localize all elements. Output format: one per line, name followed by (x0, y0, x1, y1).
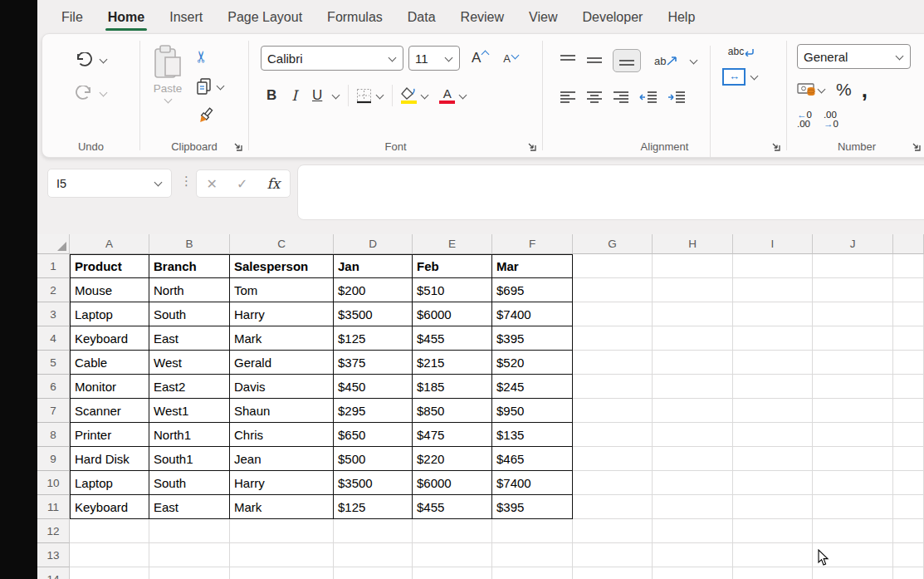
cell[interactable]: West (149, 351, 230, 375)
cell[interactable]: Chris (230, 423, 334, 447)
font-dialog-launcher-icon[interactable] (527, 142, 536, 151)
insert-function-icon[interactable]: fx (267, 175, 281, 192)
underline-dropdown-icon[interactable] (332, 91, 340, 99)
cancel-entry-icon[interactable]: ✕ (207, 176, 218, 192)
cell[interactable]: $475 (413, 423, 492, 447)
cell[interactable]: $3500 (334, 471, 413, 495)
cell[interactable] (653, 447, 733, 471)
increase-font-size-button[interactable]: A (472, 50, 490, 66)
cell[interactable] (230, 543, 334, 567)
cell[interactable]: Mark (230, 495, 334, 519)
orientation-dropdown-icon[interactable] (690, 56, 698, 64)
cell[interactable]: $395 (492, 326, 573, 351)
col-header[interactable]: F (492, 234, 573, 254)
cell[interactable] (893, 543, 924, 567)
cell[interactable]: Jean (230, 447, 334, 471)
col-header[interactable]: H (653, 234, 733, 254)
col-header[interactable]: I (733, 234, 813, 254)
align-top-button[interactable] (560, 53, 576, 68)
cell[interactable] (573, 447, 653, 471)
row-header[interactable]: 6 (37, 375, 70, 399)
cell[interactable] (733, 278, 813, 302)
cell[interactable]: $215 (413, 351, 492, 375)
cell[interactable]: Salesperson (230, 254, 334, 278)
cell[interactable] (733, 495, 813, 519)
align-bottom-button[interactable] (613, 49, 641, 72)
cell[interactable] (573, 399, 653, 423)
cell[interactable] (733, 375, 813, 399)
cell[interactable] (653, 519, 733, 543)
cell[interactable] (893, 254, 924, 278)
cell[interactable] (733, 302, 813, 326)
row-header[interactable]: 3 (37, 302, 70, 326)
select-all-corner[interactable] (37, 234, 70, 254)
cell[interactable]: $245 (492, 375, 573, 399)
cell[interactable]: $455 (413, 326, 492, 351)
row-header[interactable]: 12 (37, 519, 70, 543)
row-header[interactable]: 10 (37, 471, 70, 495)
col-header[interactable]: A (70, 234, 149, 254)
cell[interactable] (492, 543, 573, 567)
number-format-combobox[interactable]: General (797, 44, 911, 69)
orientation-button[interactable]: ab (654, 55, 679, 67)
cell[interactable] (893, 567, 924, 579)
col-header[interactable]: J (813, 234, 893, 254)
cell[interactable] (334, 543, 413, 567)
cell[interactable] (893, 495, 924, 519)
cell[interactable]: Product (70, 254, 149, 278)
fill-color-dropdown-icon[interactable] (421, 91, 429, 99)
cell[interactable]: Cable (70, 351, 149, 375)
col-header[interactable]: E (413, 234, 492, 254)
cell[interactable] (70, 519, 149, 543)
cell[interactable]: $185 (413, 375, 492, 399)
cell[interactable] (573, 567, 653, 579)
cell[interactable]: $500 (334, 447, 413, 471)
cell[interactable] (334, 567, 413, 579)
tab-data[interactable]: Data (395, 3, 448, 30)
cell[interactable] (733, 447, 813, 471)
cell[interactable] (653, 351, 733, 375)
increase-indent-button[interactable] (667, 91, 686, 104)
undo-icon[interactable] (75, 52, 93, 68)
alignment-dialog-launcher-icon[interactable] (771, 142, 780, 151)
cell[interactable]: $7400 (492, 302, 573, 326)
cell[interactable] (893, 399, 924, 423)
formula-bar-grip-icon[interactable]: ⋮ (180, 174, 193, 189)
cell[interactable] (733, 351, 813, 375)
row-header[interactable]: 9 (37, 447, 70, 471)
cell[interactable]: Harry (230, 302, 334, 326)
italic-button[interactable]: I (286, 86, 303, 105)
decrease-decimal-button[interactable]: .00 →0 (824, 110, 838, 129)
cell[interactable] (813, 447, 893, 471)
copy-dropdown-icon[interactable] (217, 81, 225, 90)
cell[interactable] (733, 471, 813, 495)
cell[interactable] (893, 375, 924, 399)
cell[interactable] (733, 423, 813, 447)
cell[interactable] (733, 543, 813, 567)
cell[interactable] (492, 519, 573, 543)
cell[interactable]: East (149, 326, 230, 351)
cell[interactable]: East (149, 495, 230, 519)
accounting-format-button[interactable] (797, 82, 826, 97)
cell[interactable]: Mar (492, 254, 573, 278)
cell[interactable]: East2 (149, 375, 230, 399)
decrease-indent-button[interactable] (639, 91, 658, 104)
cell[interactable]: $220 (413, 447, 492, 471)
col-header[interactable] (893, 234, 924, 254)
cell[interactable] (149, 567, 230, 579)
cell[interactable] (813, 351, 893, 375)
col-header[interactable]: D (334, 234, 413, 254)
cell[interactable] (573, 326, 653, 351)
cell[interactable] (70, 567, 149, 579)
cell[interactable]: South (149, 471, 230, 495)
cell[interactable]: Keyboard (70, 326, 149, 351)
cell[interactable]: Scanner (70, 399, 149, 423)
cell[interactable] (813, 495, 893, 519)
cell[interactable] (893, 302, 924, 326)
decrease-font-size-button[interactable]: A (503, 52, 520, 65)
cell[interactable] (733, 254, 813, 278)
cell[interactable]: $650 (334, 423, 413, 447)
bold-button[interactable]: B (261, 86, 282, 105)
cell[interactable]: North (149, 278, 230, 302)
cell[interactable] (813, 471, 893, 495)
